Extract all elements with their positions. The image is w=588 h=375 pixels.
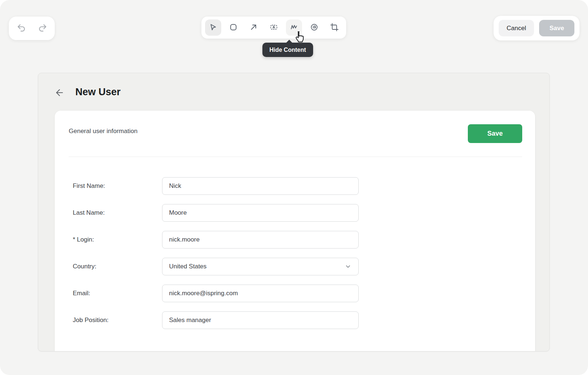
form-row-email: Email:	[73, 285, 535, 302]
tooltip: Hide Content	[262, 43, 313, 57]
undo-icon	[17, 23, 26, 34]
editor-save-button[interactable]: Save	[539, 20, 574, 36]
first-name-input[interactable]	[162, 177, 359, 195]
arrow-tool-button[interactable]	[245, 19, 262, 36]
login-label: * Login:	[73, 236, 162, 243]
form-save-button[interactable]: Save	[468, 124, 522, 143]
annotation-toolbar	[201, 17, 346, 39]
blur-tool-button[interactable]	[306, 19, 322, 36]
back-arrow-icon	[54, 88, 65, 99]
hide-content-marker-icon	[290, 23, 298, 33]
form-row-login: * Login:	[73, 231, 535, 249]
country-label: Country:	[73, 263, 162, 270]
last-name-input[interactable]	[162, 204, 359, 222]
back-button[interactable]	[54, 87, 65, 99]
annotation-editor: Hide Content Cancel Save New User Genera…	[0, 0, 588, 375]
redo-button[interactable]	[37, 22, 49, 34]
crop-tool-button[interactable]	[326, 19, 343, 36]
redo-icon	[38, 23, 47, 34]
blur-scribble-icon	[310, 23, 319, 33]
job-position-input[interactable]	[162, 311, 359, 329]
login-input[interactable]	[162, 231, 359, 249]
hide-content-tool-button[interactable]	[286, 19, 302, 36]
country-select[interactable]	[162, 258, 359, 275]
form-row-first-name: First Name:	[73, 177, 535, 195]
section-title: General user information	[69, 128, 137, 135]
captured-screenshot: New User General user information Save F…	[38, 73, 550, 351]
undo-button[interactable]	[15, 22, 27, 34]
email-label: Email:	[73, 290, 162, 297]
arrow-icon	[249, 23, 258, 33]
form-row-job-position: Job Position:	[73, 311, 535, 329]
user-form: First Name: Last Name: * Login:	[55, 157, 535, 329]
first-name-label: First Name:	[73, 182, 162, 190]
tooltip-label: Hide Content	[269, 47, 306, 53]
history-toolbar	[9, 17, 55, 40]
cursor-pointer-icon	[209, 23, 218, 33]
form-row-country: Country:	[73, 258, 535, 275]
rectangle-icon	[229, 23, 238, 33]
rectangle-tool-button[interactable]	[225, 19, 241, 36]
editor-actions: Cancel Save	[494, 16, 580, 40]
text-frame-icon	[269, 23, 278, 33]
form-row-last-name: Last Name:	[73, 204, 535, 222]
job-position-label: Job Position:	[73, 317, 162, 324]
text-tool-button[interactable]	[266, 19, 282, 36]
page-title: New User	[75, 86, 121, 98]
crop-icon	[330, 23, 339, 33]
select-tool-button[interactable]	[205, 19, 221, 36]
last-name-label: Last Name:	[73, 209, 162, 217]
email-input[interactable]	[162, 285, 359, 302]
cancel-button[interactable]: Cancel	[499, 20, 534, 36]
user-form-card: General user information Save First Name…	[55, 111, 535, 351]
card-header: General user information Save	[55, 111, 535, 157]
